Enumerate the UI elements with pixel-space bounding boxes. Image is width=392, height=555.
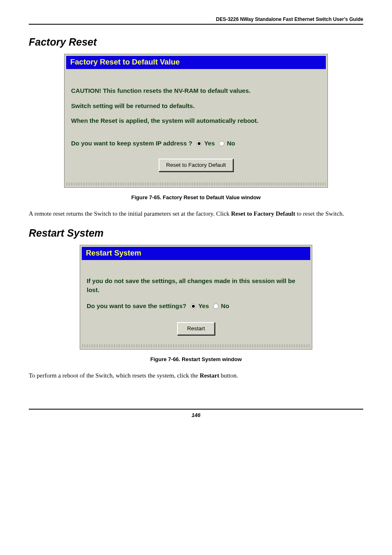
section-heading-factory-reset: Factory Reset (29, 36, 363, 48)
keep-ip-yes-label: Yes (204, 140, 215, 147)
header-title: DES-3226 NWay Standalone Fast Ethernet S… (29, 16, 363, 22)
save-settings-radio-yes[interactable] (191, 304, 196, 309)
para2-bold: Restart (200, 372, 219, 379)
page-footer: 146 (29, 409, 363, 418)
keep-ip-no-label: No (227, 140, 235, 147)
factory-reset-paragraph: A remote reset returns the Switch to the… (29, 210, 363, 218)
para2-before: To perform a reboot of the Switch, which… (29, 372, 200, 379)
keep-ip-radio-no[interactable] (219, 141, 224, 146)
para1-bold: Reset to Factory Default (231, 210, 295, 217)
keep-ip-question: Do you want to keep system IP address ? (71, 140, 192, 147)
save-settings-yes-label: Yes (198, 302, 209, 309)
restart-paragraph: To perform a reboot of the Switch, which… (29, 371, 363, 380)
page-number: 146 (191, 412, 201, 418)
section-heading-restart-system: Restart System (29, 227, 363, 239)
factory-reset-panel: Factory Reset to Default Value CAUTION! … (64, 54, 328, 188)
para1-after: to reset the Switch. (295, 210, 344, 217)
restart-warning: If you do not save the settings, all cha… (87, 276, 305, 295)
para1-before: A remote reset returns the Switch to the… (29, 210, 231, 217)
save-settings-row: Do you want to save the settings? Yes No (87, 302, 305, 311)
save-settings-question: Do you want to save the settings? (87, 302, 187, 309)
reset-to-factory-default-button[interactable]: Reset to Factory Default (159, 159, 233, 172)
figure-caption-7-66: Figure 7-66. Restart System window (29, 356, 363, 362)
keep-ip-row: Do you want to keep system IP address ? … (71, 139, 321, 148)
save-settings-no-label: No (221, 302, 229, 309)
keep-ip-radio-yes[interactable] (196, 141, 202, 146)
restart-system-panel-title: Restart System (82, 247, 310, 260)
save-settings-radio-no[interactable] (213, 304, 219, 309)
restart-system-panel: Restart System If you do not save the se… (80, 245, 312, 350)
panel-decor-strip-2 (82, 344, 310, 348)
factory-reset-panel-title: Factory Reset to Default Value (66, 56, 326, 69)
factory-reset-caution: CAUTION! This function resets the NV-RAM… (71, 86, 321, 96)
figure-caption-7-65: Figure 7-65. Factory Reset to Default Va… (29, 194, 363, 200)
panel-decor-strip (66, 182, 326, 186)
restart-button[interactable]: Restart (177, 322, 215, 335)
factory-reset-line3: When the Reset is applied, the system wi… (71, 116, 321, 126)
page-header: DES-3226 NWay Standalone Fast Ethernet S… (29, 16, 363, 25)
factory-reset-line2: Switch setting will be returned to defau… (71, 101, 321, 111)
para2-after: button. (219, 372, 238, 379)
